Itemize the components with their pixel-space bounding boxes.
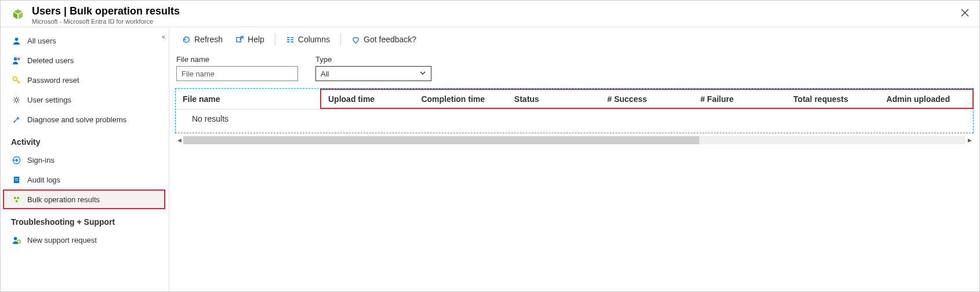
column-header[interactable]: Completion time — [414, 94, 507, 104]
support-icon — [11, 235, 21, 245]
svg-point-6 — [15, 98, 18, 101]
scroll-thumb[interactable] — [183, 136, 699, 144]
sidebar-item-label: Password reset — [27, 76, 79, 85]
chevron-down-icon — [419, 70, 426, 78]
sidebar-item-user-settings[interactable]: User settings — [1, 90, 169, 110]
filename-input[interactable] — [176, 66, 298, 81]
log-icon — [11, 174, 21, 185]
type-select[interactable]: All — [315, 66, 431, 81]
header-icon — [9, 6, 27, 25]
sidebar-item-sign-ins[interactable]: Sign-ins — [1, 150, 169, 170]
filters: File name Type All — [169, 52, 979, 88]
refresh-label: Refresh — [194, 35, 223, 44]
columns-label: Columns — [298, 35, 330, 44]
sidebar-item-label: Audit logs — [27, 176, 60, 184]
svg-point-3 — [14, 37, 18, 41]
svg-point-11 — [13, 196, 16, 199]
type-value: All — [321, 70, 329, 78]
sidebar-item-label: Deleted users — [27, 56, 74, 65]
section-activity: Activity — [1, 129, 169, 150]
svg-point-13 — [15, 200, 17, 202]
columns-button[interactable]: Columns — [280, 32, 336, 46]
column-header[interactable]: Upload time — [321, 94, 414, 104]
column-header[interactable]: Status — [507, 94, 600, 104]
column-header[interactable]: Admin uploaded — [880, 94, 972, 104]
horizontal-scrollbar: ◀ ▶ — [169, 136, 979, 145]
user-icon — [11, 35, 21, 46]
sidebar-item-label: Diagnose and solve problems — [27, 115, 126, 124]
external-link-icon — [235, 35, 244, 44]
column-header[interactable]: # Success — [600, 94, 693, 104]
user-remove-icon — [11, 55, 21, 65]
highlighted-columns: Upload time Completion time Status # Suc… — [320, 89, 974, 109]
sidebar-item-all-users[interactable]: All users — [1, 31, 169, 50]
close-button[interactable] — [959, 6, 971, 19]
svg-point-5 — [13, 76, 17, 81]
sidebar-item-audit-logs[interactable]: Audit logs — [1, 170, 169, 189]
filename-label: File name — [176, 55, 298, 64]
help-label: Help — [248, 35, 264, 44]
page-subtitle: Microsoft - Microsoft Entra ID for workf… — [32, 18, 180, 25]
toolbar: Refresh Help Columns Got feedback — [169, 27, 979, 52]
scroll-track[interactable] — [183, 136, 966, 144]
scroll-right-button[interactable]: ▶ — [966, 136, 974, 144]
toolbar-separator — [275, 34, 275, 45]
collapse-sidebar-button[interactable]: « — [162, 33, 164, 40]
toolbar-separator — [340, 34, 341, 45]
svg-point-14 — [13, 236, 17, 240]
refresh-button[interactable]: Refresh — [176, 32, 228, 46]
table-header-row: File name Upload time Completion time St… — [176, 89, 973, 110]
section-troubleshooting: Troubleshooting + Support — [1, 209, 169, 230]
feedback-label: Got feedback? — [364, 35, 416, 44]
svg-point-15 — [17, 240, 20, 243]
sidebar-item-label: User settings — [27, 96, 71, 104]
column-header[interactable]: File name — [176, 94, 321, 104]
scroll-left-button[interactable]: ◀ — [175, 136, 183, 144]
sidebar-item-label: All users — [27, 36, 56, 45]
sidebar: « All users Deleted users Password reset… — [1, 27, 169, 291]
page-title: Users | Bulk operation results — [32, 5, 180, 18]
signin-icon — [11, 155, 21, 165]
type-label: Type — [315, 55, 431, 64]
svg-point-12 — [17, 196, 19, 199]
sidebar-item-label: New support request — [27, 236, 97, 244]
refresh-icon — [182, 35, 191, 44]
sidebar-item-label: Bulk operation results — [27, 195, 100, 204]
column-header[interactable]: # Failure — [694, 94, 786, 104]
svg-point-4 — [13, 57, 17, 60]
results-table: File name Upload time Completion time St… — [175, 88, 974, 133]
blade-header: Users | Bulk operation results Microsoft… — [1, 1, 979, 27]
svg-rect-9 — [14, 178, 18, 178]
sidebar-item-label: Sign-ins — [27, 156, 55, 165]
bulk-icon — [11, 194, 21, 205]
main-content: Refresh Help Columns Got feedback — [169, 27, 979, 291]
help-button[interactable]: Help — [230, 32, 270, 46]
no-results-text: No results — [176, 110, 973, 133]
key-icon — [11, 75, 21, 85]
feedback-button[interactable]: Got feedback? — [346, 32, 422, 46]
gear-icon — [11, 94, 21, 105]
heart-icon — [351, 35, 360, 44]
column-header[interactable]: Total requests — [786, 94, 879, 104]
sidebar-item-password-reset[interactable]: Password reset — [1, 70, 169, 90]
sidebar-item-bulk-results[interactable]: Bulk operation results — [3, 189, 165, 209]
wrench-icon — [11, 114, 21, 125]
sidebar-item-diagnose[interactable]: Diagnose and solve problems — [1, 110, 169, 129]
sidebar-item-deleted-users[interactable]: Deleted users — [1, 50, 169, 70]
columns-icon — [286, 35, 295, 44]
sidebar-item-new-support[interactable]: New support request — [1, 230, 169, 250]
svg-rect-10 — [14, 180, 18, 180]
